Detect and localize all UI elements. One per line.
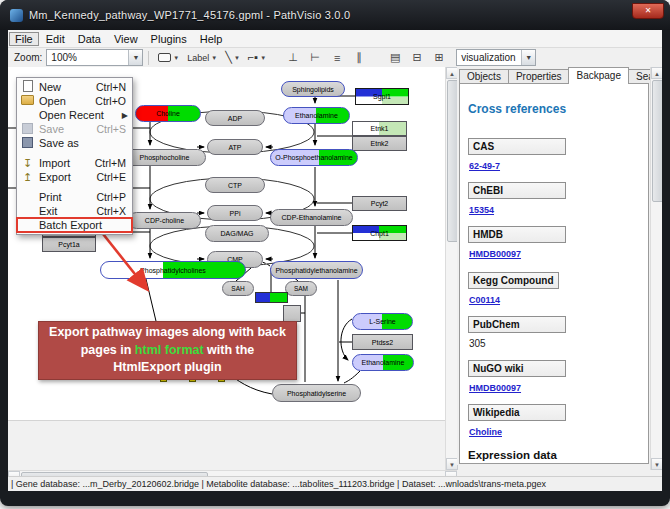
side-panel: Objects Properties Backpage Search Legen… (457, 67, 650, 465)
new-label-button[interactable]: Label▼ (184, 50, 220, 65)
pathway-node-sphingolipids[interactable]: Sphingolipids (281, 81, 345, 97)
side-panel-tabs: Objects Properties Backpage Search Legen… (459, 67, 650, 84)
pathway-node-ptdss2[interactable]: Ptdss2 (352, 334, 413, 350)
chevron-down-icon[interactable]: ▼ (521, 50, 535, 65)
stack-vertical-button[interactable]: ≡ (328, 52, 346, 64)
menu-edit[interactable]: Edit (40, 32, 71, 46)
pathway-node-ethanolamine-bottom[interactable]: Ethanolamine (352, 354, 414, 371)
pathway-node-ethanolamine-top[interactable]: Ethanolamine (283, 107, 350, 124)
title-bar[interactable]: Mm_Kennedy_pathway_WP1771_45176.gpml - P… (0, 0, 670, 30)
xref-value-link[interactable]: C00114 (469, 295, 500, 305)
common-size-button[interactable]: ⊞ (430, 51, 448, 64)
file-menu-item-export[interactable]: ↥ Export Ctrl+E (17, 170, 132, 184)
xref-section-kegg: Kegg Compound C00114 (468, 270, 640, 307)
xref-section-nugo: NuGO wiki HMDB00097 (468, 360, 640, 395)
tab-properties[interactable]: Properties (508, 69, 570, 84)
file-menu-item-save[interactable]: Save Ctrl+S (17, 122, 132, 136)
new-datanode-button[interactable]: ▼ (155, 50, 182, 65)
chevron-down-icon[interactable]: ▼ (173, 55, 179, 61)
pathway-node-pcyt1a[interactable]: Pcyt1a (42, 237, 96, 252)
pathway-node-choline-top[interactable]: Choline (135, 105, 201, 122)
connector-tool-button[interactable]: ⌐▪▼ (245, 50, 269, 65)
status-bar: | Gene database: ...m_Derby_20120602.bri… (8, 476, 662, 491)
tab-objects[interactable]: Objects (459, 69, 509, 84)
file-menu-item-open-recent[interactable]: Open Recent ▶ (17, 108, 132, 122)
scroll-down-icon[interactable]: ▼ (651, 458, 662, 470)
app-window: Mm_Kennedy_pathway_WP1771_45176.gpml - P… (0, 0, 670, 506)
pathway-node-phosphatidylserine[interactable]: Phosphatidylserine (272, 384, 361, 402)
callout-line3: HtmlExport plugin (39, 359, 296, 377)
pathway-node-atp[interactable]: ATP (207, 139, 263, 155)
file-menu-item-save-as[interactable]: Save as (17, 136, 132, 150)
common-height-button[interactable]: ⊟ (408, 51, 426, 64)
menu-data[interactable]: Data (72, 32, 107, 46)
chevron-down-icon[interactable]: ▼ (234, 55, 240, 61)
menu-view[interactable]: View (108, 32, 144, 46)
panel-vertical-scrollbar[interactable]: ▲ ▼ (650, 67, 662, 470)
xref-value-link[interactable]: Choline (469, 427, 502, 437)
xref-source-title: Kegg Compound (468, 272, 559, 289)
align-center-x-button[interactable]: ⊥ (284, 51, 302, 64)
pathway-node-phosphocholine[interactable]: Phosphocholine (123, 149, 206, 166)
pathway-node-ppi[interactable]: PPi (207, 205, 263, 221)
file-menu-item-import[interactable]: ↧ Import Ctrl+M (17, 156, 132, 170)
xref-section-chebi: ChEBI 15354 (468, 182, 640, 217)
backpage-panel: Cross references CAS 62-49-7 ChEBI 15354… (459, 83, 649, 464)
xref-value-link[interactable]: 15354 (469, 205, 494, 215)
xref-value-link[interactable]: HMDB00097 (469, 383, 521, 393)
pathway-node-phosphatidylethanolamine[interactable]: Phosphatidylethanolamine (270, 261, 363, 279)
file-menu-item-batch-export[interactable]: Batch Export (17, 218, 132, 232)
pathway-node-ctp[interactable]: CTP (205, 177, 265, 193)
xref-value-link[interactable]: 62-49-7 (469, 161, 500, 171)
common-size-icon: ⊞ (435, 51, 444, 63)
menu-help[interactable]: Help (194, 32, 229, 46)
app-icon (10, 9, 23, 22)
file-menu-item-open[interactable]: Open Ctrl+O (17, 94, 132, 108)
pathway-node-dag-mag[interactable]: DAG/MAG (205, 225, 269, 242)
pathway-node-pcyt2[interactable]: Pcyt2 (352, 196, 407, 211)
line-icon: ╲ (225, 52, 232, 63)
pathway-node-sam[interactable]: SAM (285, 281, 317, 296)
pathway-node-pemt[interactable] (255, 292, 288, 303)
pathway-node-cdp-ethanolamine[interactable]: CDP-Ethanolamine (270, 209, 353, 226)
pathway-node-chpt1[interactable]: Chpt1 (352, 225, 407, 241)
visualization-combobox[interactable]: visualization ▼ (456, 49, 536, 66)
xref-value-text: 305 (469, 338, 486, 349)
line-tool-button[interactable]: ╲▼ (222, 50, 243, 65)
pathway-node-sah[interactable]: SAH (222, 281, 254, 296)
common-height-icon: ⊟ (413, 51, 422, 63)
window-title: Mm_Kennedy_pathway_WP1771_45176.gpml - P… (29, 9, 350, 21)
menu-plugins[interactable]: Plugins (145, 32, 193, 46)
tab-backpage[interactable]: Backpage (568, 67, 628, 84)
pathway-node-etnk1[interactable]: Etnk1 (352, 121, 407, 136)
close-button[interactable]: ✕ (632, 3, 664, 19)
xref-section-hmdb: HMDB HMDB00097 (468, 226, 640, 261)
connector-icon: ⌐▪ (248, 52, 258, 63)
xref-value-link[interactable]: HMDB00097 (469, 249, 521, 259)
pathway-node-l-serine[interactable]: L-Serine (352, 313, 413, 330)
pathway-node-gene-box-partial[interactable] (283, 305, 301, 322)
align-center-y-button[interactable]: ⊢ (306, 51, 324, 64)
pathway-node-cdp-choline[interactable]: CDP-choline (128, 212, 201, 229)
file-menu-item-new[interactable]: New Ctrl+N (17, 80, 132, 94)
zoom-combobox[interactable]: 100% ▼ (46, 49, 143, 66)
pathway-node-sgpl1[interactable]: Sgpl1 (355, 88, 409, 105)
chevron-down-icon[interactable]: ▼ (128, 50, 142, 65)
common-width-button[interactable]: ▤ (386, 51, 404, 64)
pathway-node-phosphatidylcholines[interactable]: Phosphatidylcholines (100, 261, 246, 279)
chevron-down-icon[interactable]: ▼ (211, 55, 217, 61)
canvas-vertical-scrollbar[interactable]: ▲ ▼ (445, 67, 457, 470)
file-menu-item-print[interactable]: Print Ctrl+P (17, 190, 132, 204)
export-icon: ↥ (20, 172, 35, 182)
scroll-up-icon[interactable]: ▲ (651, 67, 662, 79)
pathway-node-adp[interactable]: ADP (205, 110, 265, 126)
file-menu-item-exit[interactable]: Exit Ctrl+X (17, 204, 132, 218)
stack-horizontal-button[interactable]: ∥ (350, 51, 368, 64)
pathway-node-etnk2[interactable]: Etnk2 (352, 136, 407, 151)
xref-section-cas: CAS 62-49-7 (468, 138, 640, 173)
file-menu-popup: New Ctrl+N Open Ctrl+O Open Recent ▶ Sav… (16, 77, 133, 235)
chevron-down-icon[interactable]: ▼ (260, 55, 266, 61)
panel-vscroll-thumb[interactable] (652, 80, 662, 202)
menu-file[interactable]: File (9, 32, 39, 46)
pathway-node-o-phosphoethanolamine[interactable]: O-Phosphoethanolamine (270, 149, 358, 166)
